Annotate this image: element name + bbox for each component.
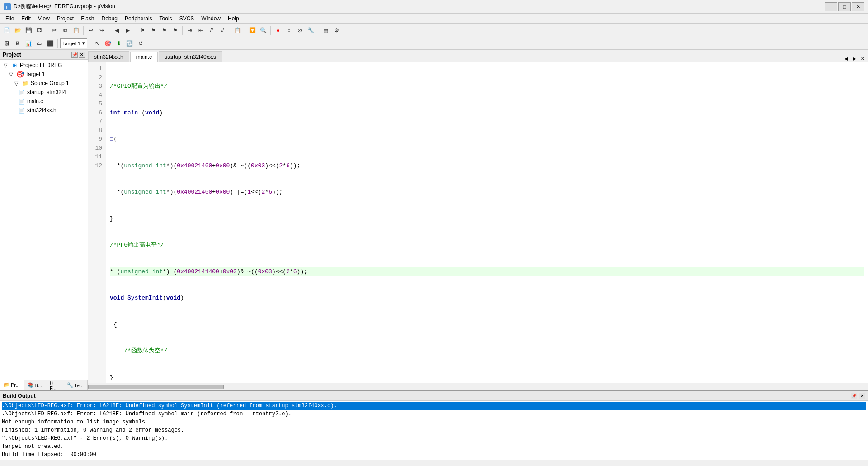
tb2-btn5[interactable]: ⬛ xyxy=(45,38,55,48)
tb2-btn2[interactable]: 🖥 xyxy=(13,38,23,48)
cut-button[interactable]: ✂ xyxy=(49,25,59,35)
uncomment-button[interactable]: // xyxy=(217,25,227,35)
tree-item-target[interactable]: ▽ 🎯 Target 1 xyxy=(5,70,88,79)
code-line-12: } xyxy=(110,373,864,382)
tb2-download-button[interactable]: ⬇ xyxy=(114,38,124,48)
save-all-button[interactable]: 🖫 xyxy=(34,25,44,35)
menu-project[interactable]: Project xyxy=(53,14,77,23)
copy-button[interactable]: ⧉ xyxy=(60,25,70,35)
nav-back-button[interactable]: ◀ xyxy=(112,25,122,35)
close-button[interactable]: ✕ xyxy=(852,2,864,11)
tb2-cursor-button[interactable]: ↖ xyxy=(92,38,102,48)
save-button[interactable]: 💾 xyxy=(24,25,33,35)
tab-stm32h[interactable]: stm32f4xx.h xyxy=(88,51,129,62)
panel-tab-books[interactable]: 📚 B... xyxy=(24,380,47,390)
build-output-title: Build Output xyxy=(3,393,36,399)
build-output-close-button[interactable]: ✕ xyxy=(859,393,865,399)
editor-hscrollbar[interactable] xyxy=(88,383,868,390)
tab-startup[interactable]: startup_stm32f40xx.s xyxy=(159,51,222,62)
build-line-1[interactable]: .\Objects\LED-REG.axf: Error: L6218E: Un… xyxy=(2,402,866,410)
build-run-button[interactable]: ○ xyxy=(284,25,294,35)
bookmark1-button[interactable]: ⚑ xyxy=(137,25,147,35)
panel-tab-project[interactable]: 📂 Pr... xyxy=(0,380,24,390)
paste-button[interactable]: 📋 xyxy=(71,25,81,35)
code-line-10: □{ xyxy=(110,320,864,329)
menu-help[interactable]: Help xyxy=(224,14,243,23)
panel-tab-templates[interactable]: 🔧 Te... xyxy=(63,380,88,390)
indent-button[interactable]: ⇥ xyxy=(185,25,195,35)
menu-window[interactable]: Window xyxy=(198,14,224,23)
tab-mainc[interactable]: main.c xyxy=(130,52,158,62)
find-button[interactable]: 🔍 xyxy=(258,25,268,35)
minimize-button[interactable]: ─ xyxy=(825,2,837,11)
code-content-area[interactable]: /*GPIO配置为输出*/ int main (void) □{ *(unsig… xyxy=(106,62,868,383)
comment-button[interactable]: // xyxy=(207,25,217,35)
outdent-button[interactable]: ⇤ xyxy=(196,25,206,35)
nav-forward-button[interactable]: ▶ xyxy=(123,25,132,35)
build-line-6: Target not created. xyxy=(2,442,866,451)
tb2-reset-button[interactable]: ↺ xyxy=(136,38,146,48)
new-file-button[interactable]: 📄 xyxy=(2,25,12,35)
code-line-8: * (unsigned int*) (0x4002141400+0x00)&=~… xyxy=(110,267,864,276)
target-dropdown[interactable]: Target 1 ▾ xyxy=(60,38,87,48)
menu-tools[interactable]: Tools xyxy=(156,14,176,23)
source-group-expand-icon: ▽ xyxy=(13,80,20,87)
tb2-btn1[interactable]: 🖼 xyxy=(2,38,12,48)
menu-file[interactable]: File xyxy=(2,14,18,23)
menu-debug[interactable]: Debug xyxy=(98,14,121,23)
tab-close-editor-button[interactable]: ✕ xyxy=(859,55,866,62)
view-dropdown-button[interactable]: ▦ xyxy=(321,25,330,35)
project-panel-title: Project xyxy=(3,52,21,58)
target-dropdown-label: Target 1 xyxy=(62,41,80,46)
tools2-button[interactable]: ⚙ xyxy=(331,25,341,35)
hscroll-thumb[interactable] xyxy=(88,385,224,389)
tab-scroll-right-button[interactable]: ▶ xyxy=(851,55,858,62)
build-stop-button[interactable]: ⊘ xyxy=(295,25,305,35)
panel-tab-project-label: Pr... xyxy=(11,382,20,388)
project-panel-close-button[interactable]: ✕ xyxy=(79,52,85,58)
tree-item-main[interactable]: 📄 main.c xyxy=(16,97,88,106)
tb2-btn4[interactable]: 🗂 xyxy=(34,38,44,48)
code-line-3: □{ xyxy=(110,135,864,144)
bookmark4-button[interactable]: ⚑ xyxy=(170,25,180,35)
tab-scroll-left-button[interactable]: ◀ xyxy=(843,55,850,62)
build-output-panel: Build Output 📌 ✕ .\Objects\LED-REG.axf: … xyxy=(0,390,868,466)
panel-tab-templ-icon: 🔧 xyxy=(67,382,73,388)
bookmark3-button[interactable]: ⚑ xyxy=(159,25,169,35)
redo-button[interactable]: ↪ xyxy=(97,25,107,35)
build-hscrollbar[interactable] xyxy=(0,460,868,466)
undo-button[interactable]: ↩ xyxy=(86,25,96,35)
startup-label: startup_stm32f4 xyxy=(27,89,66,95)
menu-svcs[interactable]: SVCS xyxy=(176,14,198,23)
project-panel-pin-button[interactable]: 📌 xyxy=(71,52,78,58)
menu-view[interactable]: View xyxy=(34,14,53,23)
menu-edit[interactable]: Edit xyxy=(18,14,34,23)
panel-tab-func-label: {} F... xyxy=(50,380,59,390)
menu-flash[interactable]: Flash xyxy=(77,14,98,23)
tb2-target-button[interactable]: 🎯 xyxy=(103,38,113,48)
build-line-3: Not enough information to list image sym… xyxy=(2,418,866,426)
toolbar-secondary: 🖼 🖥 📊 🗂 ⬛ Target 1 ▾ ↖ 🎯 ⬇ 🔃 ↺ xyxy=(0,37,868,50)
tree-item-startup[interactable]: 📄 startup_stm32f4 xyxy=(16,88,88,97)
tb2-btn3[interactable]: 📊 xyxy=(24,38,33,48)
panel-tab-functions[interactable]: {} F... xyxy=(46,380,63,390)
maximize-button[interactable]: □ xyxy=(838,2,851,11)
tree-item-header[interactable]: 📄 stm32f4xx.h xyxy=(16,106,88,115)
build-line-2: .\Objects\LED-REG.axf: Error: L6218E: Un… xyxy=(2,410,866,418)
build-output-pin-button[interactable]: 📌 xyxy=(851,393,857,399)
build-all-button[interactable]: 🔧 xyxy=(306,25,316,35)
build-line-7: Build Time Elapsed: 00:00:00 xyxy=(2,451,866,459)
bookmark2-button[interactable]: ⚑ xyxy=(148,25,158,35)
startup-file-icon: 📄 xyxy=(18,89,25,96)
tree-item-project[interactable]: ▽ ⊞ Project: LEDREG xyxy=(0,61,88,70)
open-button[interactable]: 📂 xyxy=(13,25,23,35)
code-editor[interactable]: 1 2 3 4 5 6 7 8 9 10 11 12 /*GPIO配 xyxy=(88,62,868,383)
tab-mainc-label: main.c xyxy=(136,54,152,60)
menu-peripherals[interactable]: Peripherals xyxy=(121,14,156,23)
main-file-icon: 📄 xyxy=(18,98,25,105)
tree-item-source-group[interactable]: ▽ 📁 Source Group 1 xyxy=(11,79,88,88)
build-run-red-button[interactable]: ● xyxy=(273,25,283,35)
open2-button[interactable]: 📋 xyxy=(232,25,242,35)
search-dropdown-button[interactable]: 🔽 xyxy=(247,25,257,35)
tb2-erase-button[interactable]: 🔃 xyxy=(125,38,135,48)
